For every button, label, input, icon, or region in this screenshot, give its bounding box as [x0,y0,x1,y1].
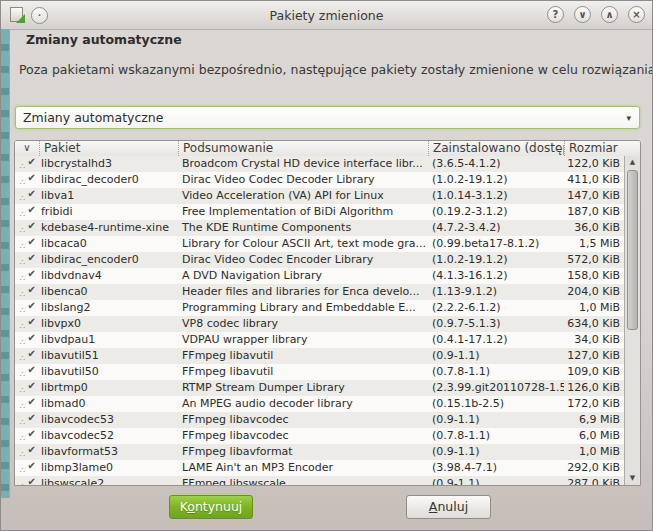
package-name: kdebase4-runtime-xine [39,220,178,236]
auto-install-icon: ✔ ∴ [15,460,39,476]
table-row[interactable]: ✔ ∴ kdebase4-runtime-xine The KDE Runtim… [15,220,624,236]
table-row[interactable]: ✔ ∴ libdirac_decoder0 Dirac Video Codec … [15,172,624,188]
table-row[interactable]: ✔ ∴ libavformat53 FFmpeg libavformat (0.… [15,444,624,460]
package-installed-version: (0.7.8-1.1) [428,428,564,444]
package-summary: Dirac Video Codec Decoder Library [178,172,428,188]
package-name: libmp3lame0 [39,460,178,476]
table-row[interactable]: ✔ ∴ libvpx0 VP8 codec library (0.9.7-5.1… [15,316,624,332]
package-summary: FFmpeg libavformat [178,444,428,460]
package-size: 109,0 KiB [564,364,624,380]
packages-changed-dialog: · Pakiety zmienione ? ∨ ∧ × Zmiany autom… [0,0,653,531]
table-row[interactable]: ✔ ∴ libenca0 Header files and libraries … [15,284,624,300]
package-size: 34,0 KiB [564,332,624,348]
auto-install-icon: ✔ ∴ [15,236,39,252]
package-summary: Dirac Video Codec Encoder Library [178,252,428,268]
package-name: libswscale2 [39,476,178,485]
package-installed-version: (0.9.7-5.1.3) [428,316,564,332]
chevron-down-icon: ▾ [626,113,639,123]
package-summary: A DVD Navigation Library [178,268,428,284]
package-summary: FFmpeg libavutil [178,348,428,364]
table-row[interactable]: ✔ ∴ libavcodec53 FFmpeg libavcodec (0.9-… [15,412,624,428]
package-installed-version: (2.3.99.git20110728-1.5) [428,380,564,396]
auto-install-icon: ✔ ∴ [15,268,39,284]
package-size: 6,9 MiB [564,412,624,428]
auto-install-icon: ✔ ∴ [15,220,39,236]
page-description: Poza pakietami wskazanymi bezpośrednio, … [19,62,653,77]
auto-install-icon: ✔ ∴ [15,332,39,348]
table-row[interactable]: ✔ ∴ libslang2 Programming Library and Em… [15,300,624,316]
package-size: 126,0 KiB [564,380,624,396]
table-row[interactable]: ✔ ∴ libcrystalhd3 Broadcom Crystal HD de… [15,156,624,172]
window-menu-button[interactable]: · [31,7,48,24]
packages-table: ∨ Pakiet Podsumowanie Zainstalowano (dos… [14,140,641,486]
package-size: 634,0 KiB [564,316,624,332]
package-size: 1,0 MiB [564,300,624,316]
table-row[interactable]: ✔ ∴ libdvdnav4 A DVD Navigation Library … [15,268,624,284]
package-installed-version: (4.7.2-3.4.2) [428,220,564,236]
page-title: Zmiany automatyczne [26,32,182,47]
package-summary: RTMP Stream Dumper Library [178,380,428,396]
table-row[interactable]: ✔ ∴ fribidi Free Implementation of BiDi … [15,204,624,220]
package-size: 1,0 MiB [564,444,624,460]
package-installed-version: (0.7.8-1.1) [428,364,564,380]
table-body: ✔ ∴ libcrystalhd3 Broadcom Crystal HD de… [15,156,624,485]
table-row[interactable]: ✔ ∴ libdirac_encoder0 Dirac Video Codec … [15,252,624,268]
column-header-summary[interactable]: Podsumowanie [178,141,428,156]
auto-install-icon: ✔ ∴ [15,476,39,485]
package-name: fribidi [39,204,178,220]
table-header[interactable]: ∨ Pakiet Podsumowanie Zainstalowano (dos… [15,141,640,157]
package-installed-version: (0.15.1b-2.5) [428,396,564,412]
table-row[interactable]: ✔ ∴ libva1 Video Acceleration (VA) API f… [15,188,624,204]
package-name: libdvdnav4 [39,268,178,284]
help-button[interactable]: ? [547,6,564,23]
scroll-down-icon[interactable]: ▼ [625,472,640,485]
maximize-button[interactable]: ∧ [601,6,618,23]
table-row[interactable]: ✔ ∴ librtmp0 RTMP Stream Dumper Library … [15,380,624,396]
package-installed-version: (4.1.3-16.1.2) [428,268,564,284]
column-header-package[interactable]: Pakiet [39,141,178,156]
package-name: librtmp0 [39,380,178,396]
table-row[interactable]: ✔ ∴ libvdpau1 VDPAU wrapper library (0.4… [15,332,624,348]
package-installed-version: (0.9-1.1) [428,412,564,428]
auto-install-icon: ✔ ∴ [15,156,39,172]
package-name: libdirac_encoder0 [39,252,178,268]
package-name: libdirac_decoder0 [39,172,178,188]
table-row[interactable]: ✔ ∴ libcaca0 Library for Colour ASCII Ar… [15,236,624,252]
auto-install-icon: ✔ ∴ [15,444,39,460]
minimize-button[interactable]: ∨ [574,6,591,23]
package-size: 572,0 KiB [564,252,624,268]
table-row[interactable]: ✔ ∴ libmad0 An MPEG audio decoder librar… [15,396,624,412]
scroll-up-icon[interactable]: ▲ [625,156,640,169]
package-size: 6,0 MiB [564,428,624,444]
left-edge-decoration [1,29,10,498]
table-row[interactable]: ✔ ∴ libswscale2 FFmpeg libswscale (0.9-1… [15,476,624,485]
continue-button[interactable]: Kontynuuj [169,495,253,519]
package-size: 187,0 KiB [564,204,624,220]
package-name: libslang2 [39,300,178,316]
vertical-scrollbar[interactable]: ▲ ▼ [624,156,640,485]
table-row[interactable]: ✔ ∴ libmp3lame0 LAME Ain't an MP3 Encode… [15,460,624,476]
package-name: libavutil50 [39,364,178,380]
package-summary: FFmpeg libavcodec [178,412,428,428]
package-name: libmad0 [39,396,178,412]
close-button[interactable]: × [628,6,645,23]
package-size: 122,0 KiB [564,156,624,172]
package-summary: FFmpeg libavcodec [178,428,428,444]
package-summary: An MPEG audio decoder library [178,396,428,412]
auto-install-icon: ✔ ∴ [15,364,39,380]
scrollbar-thumb[interactable] [627,170,638,330]
column-header-installed[interactable]: Zainstalowano (dostępne) [428,141,564,156]
changes-filter-combobox[interactable]: Zmiany automatyczne ▾ [15,106,640,129]
package-name: libcaca0 [39,236,178,252]
auto-install-icon: ✔ ∴ [15,300,39,316]
cancel-button[interactable]: Anuluj [406,495,491,519]
expander-column-header[interactable]: ∨ [15,141,39,156]
table-row[interactable]: ✔ ∴ libavutil50 FFmpeg libavutil (0.7.8-… [15,364,624,380]
table-row[interactable]: ✔ ∴ libavutil51 FFmpeg libavutil (0.9-1.… [15,348,624,364]
package-installed-version: (3.98.4-7.1) [428,460,564,476]
table-row[interactable]: ✔ ∴ libavcodec52 FFmpeg libavcodec (0.7.… [15,428,624,444]
package-name: libcrystalhd3 [39,156,178,172]
column-header-size[interactable]: Rozmiar [564,141,640,156]
titlebar[interactable]: · Pakiety zmienione ? ∨ ∧ × [1,1,652,30]
package-name: libavutil51 [39,348,178,364]
